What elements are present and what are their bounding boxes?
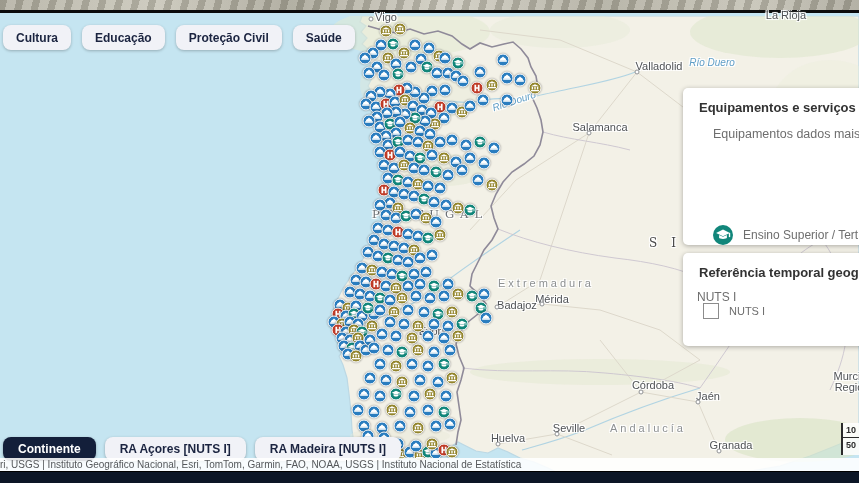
filter-chip-saude[interactable]: Saúde (293, 25, 355, 50)
map-marker-bombeiros-fire-brigade[interactable] (439, 84, 452, 97)
map-marker-bombeiros-fire-brigade[interactable] (374, 304, 387, 317)
map-marker-bombeiros-fire-brigade[interactable] (456, 164, 469, 177)
map-marker-ensino-superior-tertiary-education[interactable] (464, 204, 477, 217)
map-marker-bombeiros-fire-brigade[interactable] (408, 390, 421, 403)
map-marker-bombeiros-fire-brigade[interactable] (440, 390, 453, 403)
map-marker-bombeiros-fire-brigade[interactable] (378, 69, 391, 82)
map-marker-bombeiros-fire-brigade[interactable] (440, 199, 453, 212)
map-marker-ensino-superior-tertiary-education[interactable] (466, 290, 479, 303)
map-marker-bombeiros-fire-brigade[interactable] (363, 67, 376, 80)
map-marker-museus-museums[interactable] (486, 179, 499, 192)
map-marker-bombeiros-fire-brigade[interactable] (442, 169, 455, 182)
filter-chip-protecao-civil[interactable]: Proteção Civil (176, 25, 282, 50)
map-marker-bombeiros-fire-brigade[interactable] (404, 406, 417, 419)
map-marker-bombeiros-fire-brigade[interactable] (359, 52, 372, 65)
map-marker-museus-museums[interactable] (446, 372, 459, 385)
map-marker-bombeiros-fire-brigade[interactable] (406, 358, 419, 371)
map-marker-bombeiros-fire-brigade[interactable] (410, 290, 423, 303)
map-marker-bombeiros-fire-brigade[interactable] (376, 328, 389, 341)
map-marker-museus-museums[interactable] (394, 23, 407, 36)
map-marker-bombeiros-fire-brigade[interactable] (488, 142, 501, 155)
map-marker-bombeiros-fire-brigade[interactable] (428, 346, 441, 359)
map-marker-bombeiros-fire-brigade[interactable] (434, 136, 447, 149)
map-marker-museus-museums[interactable] (380, 25, 393, 38)
map-marker-bombeiros-fire-brigade[interactable] (430, 420, 443, 433)
map-marker-museus-museums[interactable] (412, 344, 425, 357)
map-marker-museus-museums[interactable] (396, 376, 409, 389)
map-marker-bombeiros-fire-brigade[interactable] (422, 360, 435, 373)
map-marker-ensino-superior-tertiary-education[interactable] (438, 358, 451, 371)
map-marker-bombeiros-fire-brigade[interactable] (464, 152, 477, 165)
map-marker-bombeiros-fire-brigade[interactable] (364, 372, 377, 385)
map-marker-bombeiros-fire-brigade[interactable] (368, 406, 381, 419)
filter-chip-cultura[interactable]: Cultura (3, 25, 71, 50)
filter-chip-educacao[interactable]: Educação (82, 25, 165, 50)
map-marker-bombeiros-fire-brigade[interactable] (374, 390, 387, 403)
map-marker-bombeiros-fire-brigade[interactable] (474, 66, 487, 79)
map-marker-bombeiros-fire-brigade[interactable] (390, 330, 403, 343)
map-marker-bombeiros-fire-brigade[interactable] (384, 316, 397, 329)
map-marker-bombeiros-fire-brigade[interactable] (380, 374, 393, 387)
map-marker-bombeiros-fire-brigade[interactable] (410, 440, 423, 453)
map-marker-bombeiros-fire-brigade[interactable] (478, 288, 491, 301)
map-marker-bombeiros-fire-brigade[interactable] (514, 74, 527, 87)
map-marker-bombeiros-fire-brigade[interactable] (370, 132, 383, 145)
map-marker-bombeiros-fire-brigade[interactable] (432, 376, 445, 389)
map-marker-bombeiros-fire-brigade[interactable] (434, 182, 447, 195)
map-marker-bombeiros-fire-brigade[interactable] (444, 344, 457, 357)
map-marker-museus-museums[interactable] (424, 388, 437, 401)
map-marker-bombeiros-fire-brigade[interactable] (422, 330, 435, 343)
map-marker-museus-museums[interactable] (434, 229, 447, 242)
map-marker-bombeiros-fire-brigade[interactable] (382, 344, 395, 357)
map-marker-bombeiros-fire-brigade[interactable] (420, 266, 433, 279)
map-marker-bombeiros-fire-brigade[interactable] (402, 304, 415, 317)
map-marker-bombeiros-fire-brigade[interactable] (430, 216, 443, 229)
map-marker-bombeiros-fire-brigade[interactable] (460, 139, 473, 152)
map-marker-ensino-superior-tertiary-education[interactable] (396, 346, 409, 359)
map-marker-bombeiros-fire-brigade[interactable] (418, 306, 431, 319)
map-marker-museus-museums[interactable] (386, 404, 399, 417)
map-marker-bombeiros-fire-brigade[interactable] (464, 100, 477, 113)
map-marker-bombeiros-fire-brigade[interactable] (444, 418, 457, 431)
map-marker-bombeiros-fire-brigade[interactable] (428, 196, 441, 209)
map-marker-bombeiros-fire-brigade[interactable] (477, 94, 490, 107)
map-marker-bombeiros-fire-brigade[interactable] (457, 75, 470, 88)
map-marker-museus-museums[interactable] (452, 288, 465, 301)
map-marker-bombeiros-fire-brigade[interactable] (438, 290, 451, 303)
map-marker-bombeiros-fire-brigade[interactable] (358, 388, 371, 401)
map-marker-bombeiros-fire-brigade[interactable] (374, 358, 387, 371)
map-marker-museus-museums[interactable] (446, 306, 459, 319)
map-marker-bombeiros-fire-brigade[interactable] (394, 420, 407, 433)
map-marker-ensino-superior-tertiary-education[interactable] (390, 388, 403, 401)
map-marker-bombeiros-fire-brigade[interactable] (497, 54, 510, 67)
map-marker-museus-museums[interactable] (446, 446, 459, 459)
map-marker-museus-museums[interactable] (452, 202, 465, 215)
map-marker-bombeiros-fire-brigade[interactable] (480, 312, 493, 325)
map-marker-museus-museums[interactable] (486, 79, 499, 92)
nuts1-checkbox[interactable] (703, 303, 719, 319)
map-marker-bombeiros-fire-brigade[interactable] (426, 149, 439, 162)
map-marker-bombeiros-fire-brigade[interactable] (414, 374, 427, 387)
map-marker-bombeiros-fire-brigade[interactable] (398, 318, 411, 331)
map-marker-ensino-superior-tertiary-education[interactable] (392, 68, 405, 81)
map-marker-bombeiros-fire-brigade[interactable] (472, 174, 485, 187)
map-marker-bombeiros-fire-brigade[interactable] (439, 52, 452, 65)
map-marker-bombeiros-fire-brigade[interactable] (424, 292, 437, 305)
map-marker-museus-museums[interactable] (390, 360, 403, 373)
map-marker-bombeiros-fire-brigade[interactable] (501, 94, 514, 107)
map-marker-museus-museums[interactable] (529, 82, 542, 95)
map-marker-bombeiros-fire-brigade[interactable] (418, 164, 431, 177)
map-marker-ensino-superior-tertiary-education[interactable] (362, 302, 375, 315)
map-marker-ensino-superior-tertiary-education[interactable] (474, 136, 487, 149)
map-marker-museus-museums[interactable] (412, 422, 425, 435)
map-marker-museus-museums[interactable] (426, 438, 439, 451)
map-marker-bombeiros-fire-brigade[interactable] (428, 318, 441, 331)
map-marker-museus-museums[interactable] (452, 330, 465, 343)
map-marker-ensino-superior-tertiary-education[interactable] (430, 166, 443, 179)
map-marker-bombeiros-fire-brigade[interactable] (422, 180, 435, 193)
map-marker-bombeiros-fire-brigade[interactable] (501, 72, 514, 85)
map-marker-bombeiros-fire-brigade[interactable] (352, 404, 365, 417)
map-marker-bombeiros-fire-brigade[interactable] (409, 39, 422, 52)
map-marker-bombeiros-fire-brigade[interactable] (478, 157, 491, 170)
map-marker-bombeiros-fire-brigade[interactable] (446, 134, 459, 147)
